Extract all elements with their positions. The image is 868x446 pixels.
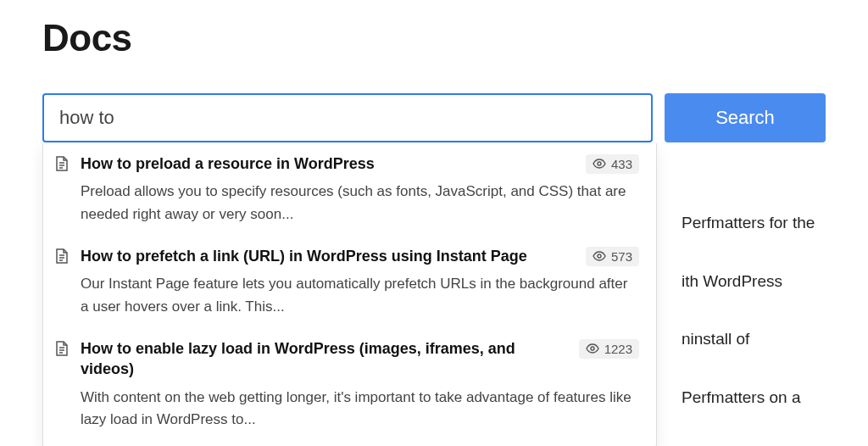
search-input[interactable]	[42, 93, 653, 142]
search-row: Search	[42, 93, 826, 142]
views-count: 1223	[604, 342, 632, 356]
search-result-item[interactable]: How to enable lazy load in WordPress (im…	[43, 328, 654, 441]
page-title: Docs	[42, 17, 826, 59]
views-badge: 573	[586, 247, 639, 266]
result-title: How to enable lazy load in WordPress (im…	[81, 338, 569, 380]
svg-point-0	[598, 162, 601, 165]
list-item[interactable]: Perfmatters for the	[682, 212, 868, 235]
svg-point-2	[591, 347, 594, 350]
result-excerpt: Our Instant Page feature lets you automa…	[81, 273, 639, 318]
list-item[interactable]: ninstall of	[682, 328, 868, 351]
search-result-item[interactable]: How to preload a resource in WordPress 4…	[43, 143, 654, 236]
search-autocomplete-dropdown: How to preload a resource in WordPress 4…	[42, 143, 657, 446]
background-doc-links: Perfmatters for the ith WordPress ninsta…	[682, 212, 868, 446]
result-excerpt: Preload allows you to specify resources …	[81, 181, 639, 226]
result-excerpt: With content on the web getting longer, …	[81, 387, 639, 432]
svg-point-1	[598, 254, 601, 258]
search-result-item[interactable]: How to prefetch a link (URL) in WordPres…	[43, 236, 654, 328]
document-icon	[55, 248, 70, 267]
views-badge: 1223	[579, 339, 639, 359]
eye-icon	[593, 157, 606, 171]
search-result-item[interactable]: How to fix the unable to process your pa…	[43, 441, 654, 446]
views-count: 573	[611, 249, 632, 264]
search-button[interactable]: Search	[665, 93, 826, 142]
eye-icon	[593, 249, 606, 264]
list-item[interactable]: Perfmatters on a	[682, 387, 868, 410]
result-title: How to preload a resource in WordPress	[81, 153, 375, 174]
views-badge: 433	[586, 154, 639, 174]
document-icon	[55, 341, 70, 360]
eye-icon	[586, 342, 599, 356]
dropdown-scroll[interactable]: How to preload a resource in WordPress 4…	[43, 143, 656, 446]
document-icon	[55, 156, 70, 175]
result-title: How to prefetch a link (URL) in WordPres…	[81, 246, 527, 266]
list-item[interactable]: ith WordPress	[682, 270, 868, 293]
views-count: 433	[611, 157, 632, 171]
